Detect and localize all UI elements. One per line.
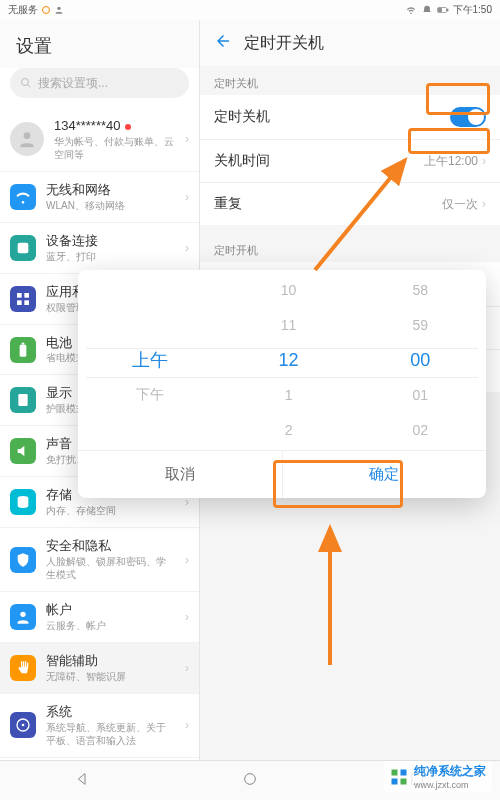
- svg-rect-14: [18, 394, 27, 406]
- svg-point-18: [22, 724, 25, 727]
- avatar-icon: [10, 122, 44, 156]
- sidebar-item-devices[interactable]: 设备连接蓝牙、打印 ›: [0, 223, 199, 274]
- chevron-right-icon: ›: [185, 610, 189, 624]
- clock-text: 下午1:50: [453, 3, 492, 17]
- off-time-value: 上午12:00: [424, 153, 478, 170]
- minute-selected[interactable]: 00: [410, 350, 430, 371]
- search-placeholder: 搜索设置项...: [38, 75, 108, 92]
- sidebar-item-network[interactable]: 无线和网络WLAN、移动网络 ›: [0, 172, 199, 223]
- picker-ampm-column[interactable]: . . 上午 下午 .: [78, 270, 223, 450]
- carrier-text: 无服务: [8, 3, 38, 17]
- sidebar-item-security[interactable]: 安全和隐私人脸解锁、锁屏和密码、学生模式 ›: [0, 528, 199, 592]
- device-icon: [10, 235, 36, 261]
- svg-rect-2: [447, 9, 448, 11]
- picker-minute-column[interactable]: 58 59 00 01 02: [354, 270, 486, 450]
- svg-rect-8: [17, 293, 22, 298]
- svg-point-0: [57, 7, 60, 10]
- svg-rect-9: [24, 293, 29, 298]
- ampm-am[interactable]: 上午: [132, 349, 168, 371]
- sound-icon: [10, 438, 36, 464]
- svg-point-6: [24, 133, 31, 140]
- storage-icon: [10, 489, 36, 515]
- off-time-label: 关机时间: [214, 152, 270, 170]
- status-bar: 无服务 下午1:50: [0, 0, 500, 20]
- wifi-icon: [405, 5, 417, 15]
- sidebar-item-account[interactable]: 134******40 华为帐号、付款与账单、云空间等 ›: [0, 108, 199, 172]
- chevron-right-icon: ›: [482, 197, 486, 211]
- chevron-right-icon: ›: [185, 190, 189, 204]
- shield-icon: [10, 547, 36, 573]
- circle-icon: [242, 771, 258, 787]
- chevron-right-icon: ›: [185, 241, 189, 255]
- sidebar-item-system[interactable]: 系统系统导航、系统更新、关于平板、语言和输入法 ›: [0, 694, 199, 758]
- system-icon: [10, 712, 36, 738]
- off-toggle-switch[interactable]: [450, 107, 486, 127]
- row-scheduled-off-toggle[interactable]: 定时关机: [200, 95, 500, 140]
- picker-hour-column[interactable]: 10 11 12 1 2: [223, 270, 355, 450]
- row-off-time[interactable]: 关机时间 上午12:00›: [200, 140, 500, 183]
- watermark: 纯净系统之家 www.jzxt.com: [384, 761, 492, 792]
- section-label-on: 定时开机: [200, 233, 500, 262]
- svg-rect-23: [392, 778, 398, 784]
- chevron-right-icon: ›: [185, 661, 189, 675]
- watermark-url: www.jzxt.com: [414, 780, 486, 790]
- cancel-button[interactable]: 取消: [78, 451, 283, 498]
- svg-rect-22: [401, 769, 407, 775]
- battery-icon: [10, 337, 36, 363]
- nav-back-button[interactable]: [75, 771, 91, 791]
- svg-rect-21: [392, 769, 398, 775]
- notification-dot-icon: [125, 124, 131, 130]
- svg-point-19: [245, 773, 256, 784]
- person-icon: [54, 5, 64, 15]
- svg-rect-13: [22, 342, 25, 344]
- search-input[interactable]: 搜索设置项...: [10, 68, 189, 98]
- chevron-right-icon: ›: [482, 154, 486, 168]
- hour-selected[interactable]: 12: [279, 350, 299, 371]
- section-label-off: 定时关机: [200, 66, 500, 95]
- ok-button[interactable]: 确定: [283, 451, 487, 498]
- chevron-right-icon: ›: [185, 553, 189, 567]
- sidebar-item-assist[interactable]: 智能辅助无障碍、智能识屏 ›: [0, 643, 199, 694]
- off-toggle-label: 定时关机: [214, 108, 270, 126]
- back-button[interactable]: [214, 32, 232, 54]
- svg-rect-10: [17, 300, 22, 305]
- status-dot-icon: [42, 6, 50, 14]
- search-icon: [20, 77, 32, 89]
- sidebar-item-accounts[interactable]: 帐户云服务、帐户 ›: [0, 592, 199, 643]
- chevron-right-icon: ›: [185, 718, 189, 732]
- repeat-value: 仅一次: [442, 196, 478, 213]
- row-off-repeat[interactable]: 重复 仅一次›: [200, 183, 500, 225]
- battery-icon: [437, 5, 449, 15]
- svg-point-4: [22, 79, 29, 86]
- chevron-right-icon: ›: [185, 132, 189, 146]
- watermark-logo-icon: [390, 768, 408, 786]
- svg-rect-11: [24, 300, 29, 305]
- svg-rect-12: [20, 344, 27, 356]
- svg-line-5: [28, 85, 31, 88]
- repeat-label: 重复: [214, 195, 242, 213]
- triangle-left-icon: [75, 771, 91, 787]
- nav-home-button[interactable]: [242, 771, 258, 791]
- svg-point-16: [20, 612, 25, 617]
- page-title: 定时开关机: [244, 33, 324, 54]
- svg-rect-3: [438, 9, 441, 12]
- time-picker-dialog: . . 上午 下午 . 10 11 12 1 2 58 59 00 01 02: [78, 270, 486, 498]
- watermark-text: 纯净系统之家: [414, 763, 486, 780]
- notification-icon: [421, 5, 433, 15]
- ampm-pm[interactable]: 下午: [136, 385, 164, 406]
- account-name: 134******40: [54, 118, 121, 133]
- wifi-icon: [10, 184, 36, 210]
- settings-title: 设置: [0, 20, 199, 68]
- apps-icon: [10, 286, 36, 312]
- hand-icon: [10, 655, 36, 681]
- display-icon: [10, 387, 36, 413]
- user-icon: [10, 604, 36, 630]
- svg-rect-24: [401, 778, 407, 784]
- arrow-left-icon: [214, 32, 232, 50]
- account-sub: 华为帐号、付款与账单、云空间等: [54, 135, 175, 161]
- svg-rect-7: [18, 242, 29, 253]
